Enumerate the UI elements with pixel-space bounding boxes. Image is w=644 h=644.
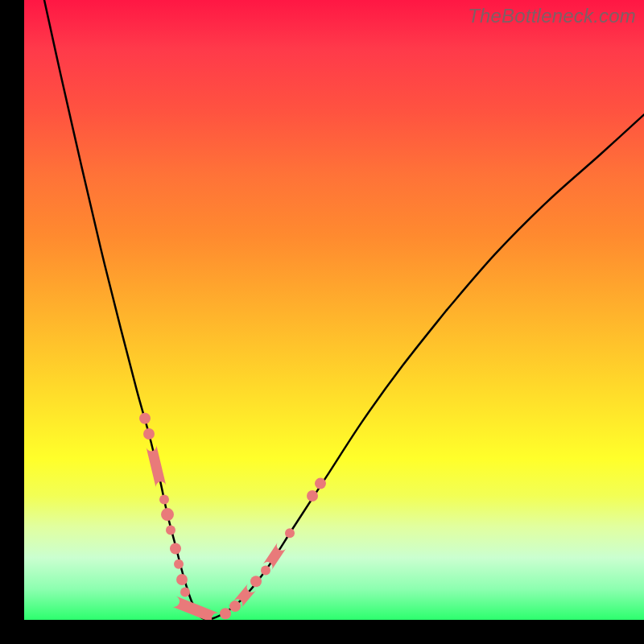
curve-marker-dot [139,413,151,424]
chart-svg [24,0,644,620]
curve-marker-dot [229,601,241,612]
curve-marker-dot [166,525,175,535]
curve-marker-dot [285,528,295,538]
curve-marker-dot [143,428,155,440]
curve-marker-dot [176,574,188,585]
outer-frame: TheBottleneck.com [0,0,644,644]
curve-marker-dot [261,565,270,575]
bottleneck-curve-right [447,114,644,310]
curve-marker-dot [161,508,174,521]
plot-area: TheBottleneck.com [24,0,644,620]
curve-marker-dot [170,543,181,555]
curve-marker-dot [180,587,190,597]
curve-marker-band [147,445,167,488]
curve-marker-dot [174,559,184,569]
curve-marker-dot [315,478,326,489]
curve-marker-dot [250,576,262,587]
curve-marker-dot [220,608,231,619]
curve-marker-dot [307,490,318,502]
curve-marker-band [171,596,219,620]
bottleneck-curve-left [44,0,447,619]
curve-marker-dot [159,495,169,505]
